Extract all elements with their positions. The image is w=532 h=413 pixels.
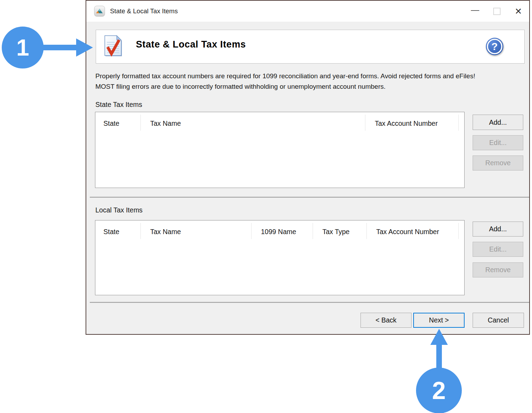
next-button[interactable]: Next > [413,313,465,328]
maximize-button [486,1,508,22]
local-tax-items-table[interactable]: State Tax Name 1099 Name Tax Type Tax Ac… [95,220,465,295]
cancel-button[interactable]: Cancel [473,313,524,328]
local-tax-items-label: Local Tax Items [95,206,143,214]
annotation-arrow-1 [41,45,77,50]
column-header-tax-type[interactable]: Tax Type [313,223,367,239]
column-header-state[interactable]: State [95,115,141,131]
local-table-header-row: State Tax Name 1099 Name Tax Type Tax Ac… [95,223,464,239]
state-tax-items-table[interactable]: State Tax Name Tax Account Number [95,112,465,188]
column-header-tax-account-number[interactable]: Tax Account Number [365,115,459,131]
window-title: State & Local Tax Items [110,7,178,15]
app-logo-icon [94,6,105,17]
wizard-header: State & Local Tax Items ? [96,30,525,64]
annotation-step-1-badge: 1 [2,27,44,68]
close-icon: ✕ [515,6,522,16]
page-title: State & Local Tax Items [136,39,246,50]
maximize-icon [493,8,501,15]
close-button[interactable]: ✕ [508,1,529,22]
annotation-arrow-1-head-icon [76,38,93,57]
annotation-arrow-2 [436,343,442,370]
dialog-state-local-tax-items: State & Local Tax Items — ✕ [86,0,530,335]
annotation-step-2-badge: 2 [416,368,462,413]
document-checklist-icon [104,35,123,58]
window-controls: — ✕ [464,1,529,22]
local-edit-button: Edit... [473,242,523,257]
state-tax-items-label: State Tax Items [95,101,142,109]
column-header-tax-name[interactable]: Tax Name [141,223,252,239]
column-header-tax-name[interactable]: Tax Name [141,115,365,131]
footer-divider [90,302,529,303]
description-text: Properly formatted tax account numbers a… [95,71,475,92]
state-remove-button: Remove [473,155,523,171]
title-bar: State & Local Tax Items — ✕ [86,1,529,22]
minimize-button[interactable]: — [464,1,486,22]
state-add-button[interactable]: Add... [473,115,523,130]
local-add-button[interactable]: Add... [473,222,523,237]
annotation-arrow-2-head-icon [430,329,448,345]
column-header-state[interactable]: State [95,223,141,239]
column-header-1099-name[interactable]: 1099 Name [252,223,313,239]
state-edit-button: Edit... [473,135,523,150]
description-line-1: Properly formatted tax account numbers a… [95,71,475,81]
column-header-tax-account-number[interactable]: Tax Account Number [367,223,459,239]
local-remove-button: Remove [473,262,523,277]
description-line-2: MOST filing errors are due to incorrectl… [95,81,475,92]
help-icon[interactable]: ? [485,37,504,56]
svg-text:?: ? [491,41,498,52]
section-divider [90,197,529,198]
state-table-header-row: State Tax Name Tax Account Number [95,115,464,131]
annotated-screenshot: State & Local Tax Items — ✕ [0,0,532,413]
back-button[interactable]: < Back [360,313,411,328]
